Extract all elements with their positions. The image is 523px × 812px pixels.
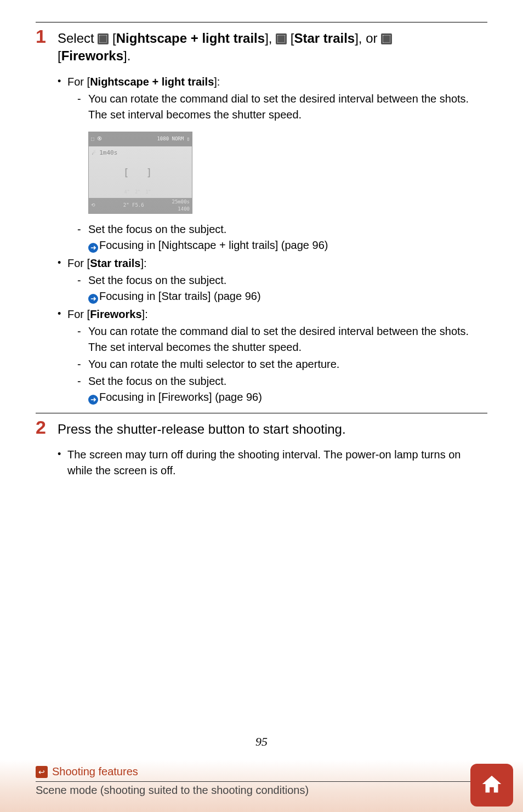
screen-top-left: ⬚ ⦿ [91, 135, 102, 143]
step1-title: Select [Nightscape + light trails], [Sta… [58, 30, 487, 65]
footer-section-text: Shooting features [52, 765, 138, 778]
star-xref-text: Focusing in [Star trails] (page 96) [99, 290, 261, 302]
step-2: 2 Press the shutter-release button to st… [36, 418, 487, 479]
star-name: Star trails [90, 257, 140, 269]
screen-shutter-scale: 4" 2" 1" [122, 189, 154, 198]
fireworks-mode-icon [381, 33, 392, 44]
for-star-item: For [Star trails]: [58, 255, 487, 271]
xref-arrow-icon: ➜ [88, 395, 98, 405]
footer-section-link[interactable]: ↩ Shooting features [36, 765, 487, 781]
screen-shots-remaining: 1400 [172, 206, 190, 213]
for-label: For [ [67, 76, 90, 88]
scale-tick: 1" [146, 189, 151, 198]
star-xref[interactable]: ➜Focusing in [Star trails] (page 96) [58, 288, 487, 304]
step1-mid1: ], [265, 31, 276, 46]
step1-mid2: ], or [355, 31, 381, 46]
fw-detail-2: You can rotate the multi selector to set… [67, 356, 487, 372]
step1-tail: ]. [123, 48, 130, 63]
screen-focus-brackets: [ ] [123, 166, 158, 180]
step-1: 1 Select [Nightscape + light trails], [S… [36, 27, 487, 405]
back-icon: ↩ [36, 766, 48, 778]
fw-name: Fireworks [90, 308, 141, 320]
star-detail-1: Set the focus on the subject. [67, 272, 487, 288]
fw-xref-text: Focusing in [Fireworks] (page 96) [99, 391, 262, 403]
nightscape-mode-icon [98, 33, 109, 44]
fw-detail-1: You can rotate the command dial to set t… [67, 323, 487, 355]
nltrails-xref-text: Focusing in [Nightscape + light trails] … [99, 239, 328, 251]
step1-opt2: Star trails [294, 31, 355, 46]
scale-tick: 4" [124, 189, 130, 198]
screen-time-remaining: 25m00s [172, 198, 190, 206]
step-number-1: 1 [36, 27, 49, 46]
star-trails-mode-icon [276, 33, 287, 44]
home-button[interactable] [470, 764, 513, 807]
xref-arrow-icon: ➜ [88, 294, 98, 304]
nltrails-xref[interactable]: ➜Focusing in [Nightscape + light trails]… [58, 237, 487, 253]
screen-top-right: 1080 NORM ▯ [157, 135, 190, 143]
nltrails-detail-1: You can rotate the command dial to set t… [67, 91, 487, 123]
fw-xref[interactable]: ➜Focusing in [Fireworks] (page 96) [58, 389, 487, 405]
scale-tick: 2" [135, 189, 140, 198]
fw-detail-3: Set the focus on the subject. [67, 373, 487, 389]
camera-screen-preview: ⬚ ⦿ 1080 NORM ▯ ☄ 1m40s [ ] 4" 2" 1" ⟲ 2… [88, 132, 192, 214]
screen-bottom-left: ⟲ [91, 202, 95, 209]
xref-arrow-icon: ➜ [88, 243, 98, 253]
for-label: For [ [67, 257, 90, 269]
for-nightscape-item: For [Nightscape + light trails]: [58, 74, 487, 90]
step1-lead: Select [58, 31, 98, 46]
screen-interval: ☄ 1m40s [89, 146, 192, 160]
home-icon [479, 773, 504, 798]
for-fireworks-item: For [Fireworks]: [58, 306, 487, 322]
step2-title: Press the shutter-release button to star… [58, 421, 487, 438]
step1-opt1: Nightscape + light trails [116, 31, 265, 46]
for-label: For [ [67, 308, 90, 320]
step2-detail-1: The screen may turn off during the shoot… [58, 447, 487, 479]
nltrails-name: Nightscape + light trails [90, 76, 214, 88]
screen-bottom-mid: 2" F5.6 [123, 202, 144, 209]
page-footer: ↩ Shooting features Scene mode (shooting… [0, 760, 523, 812]
nltrails-detail-2: Set the focus on the subject. [67, 222, 487, 237]
step1-opt3: Fireworks [61, 48, 123, 63]
step-number-2: 2 [36, 418, 49, 436]
footer-breadcrumb: Scene mode (shooting suited to the shoot… [36, 782, 487, 797]
page-number: 95 [0, 735, 523, 749]
